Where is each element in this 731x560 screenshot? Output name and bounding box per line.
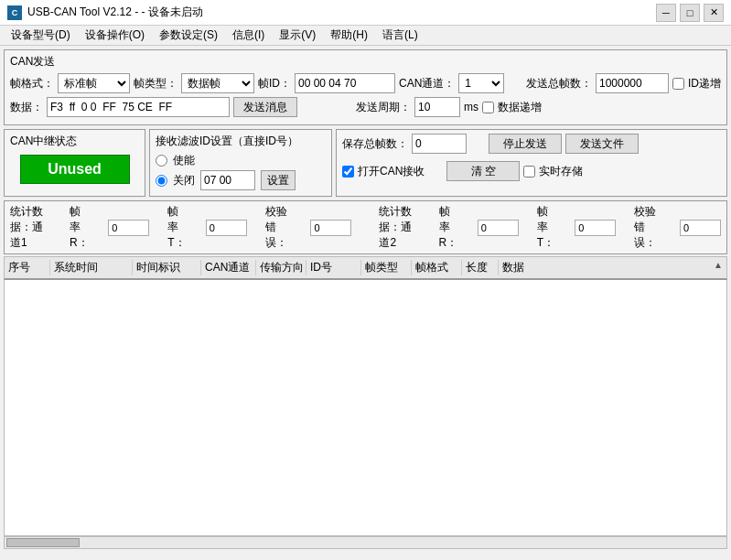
ch1-frame-t-label: 帧率T： xyxy=(167,204,188,251)
save-frames-row: 保存总帧数： 停止发送 发送文件 xyxy=(342,134,721,154)
app-icon: C xyxy=(7,5,22,20)
menu-info[interactable]: 信息(I) xyxy=(225,26,272,45)
menu-setup-device[interactable]: 设备型号(D) xyxy=(4,26,78,45)
col-fmt: 帧格式 xyxy=(411,260,461,275)
filter-title: 接收滤波ID设置（直接ID号） xyxy=(156,134,326,149)
ch1-frame-t-value xyxy=(206,220,247,236)
h-scrollbar-thumb[interactable] xyxy=(6,538,80,547)
can-status-title: CAN中继状态 xyxy=(10,134,77,149)
table-body[interactable] xyxy=(4,280,727,536)
col-sysTime: 系统时间 xyxy=(49,260,132,275)
frame-id-input[interactable] xyxy=(295,73,395,93)
can-send-row2: 数据： 发送消息 发送周期： ms 数据递增 xyxy=(10,97,721,117)
enable-radio[interactable] xyxy=(156,155,167,167)
period-input[interactable] xyxy=(414,97,460,117)
open-can-checkbox[interactable] xyxy=(342,166,354,178)
ch1-check-err-label: 校验错误： xyxy=(265,204,293,251)
stats-section: 统计数据：通道1 帧率R： 帧率T： 校验错误： 统计数据：通道2 帧率R： 帧… xyxy=(4,200,727,254)
frame-type-select[interactable]: 数据帧 远程帧 xyxy=(181,73,253,93)
frame-type-label: 帧类型： xyxy=(134,76,177,92)
filter-id-input[interactable] xyxy=(200,170,255,190)
ch2-title: 统计数据：通道2 xyxy=(379,204,420,251)
close-radio-row: 关闭 设置 xyxy=(156,170,326,190)
open-can-row: 打开CAN接收 清 空 实时存储 xyxy=(342,161,721,181)
title-buttons: ─ □ ✕ xyxy=(656,4,724,22)
enable-label: 使能 xyxy=(173,153,195,168)
data-increment-label: 数据递增 xyxy=(498,100,542,115)
save-frames-input[interactable] xyxy=(412,134,467,154)
open-can-label: 打开CAN接收 xyxy=(358,164,425,179)
frame-id-label: 帧ID： xyxy=(258,76,291,92)
col-timeId: 时间标识 xyxy=(132,260,200,275)
ch1-title: 统计数据：通道1 xyxy=(10,204,51,251)
col-can: CAN通道 xyxy=(200,260,255,275)
table-header: 序号 系统时间 时间标识 CAN通道 传输方向 ID号 帧类型 帧格式 长度 数… xyxy=(4,256,727,280)
frame-format-label: 帧格式： xyxy=(10,76,54,92)
period-unit: ms xyxy=(464,101,478,113)
data-increment-checkbox[interactable] xyxy=(482,102,494,113)
stop-send-button[interactable]: 停止发送 xyxy=(489,134,562,154)
minimize-button[interactable]: ─ xyxy=(656,4,676,22)
enable-radio-row: 使能 xyxy=(156,153,326,168)
right-panel: 保存总帧数： 停止发送 发送文件 打开CAN接收 清 空 实时存储 xyxy=(336,129,727,197)
realtime-save-checkbox[interactable] xyxy=(523,166,535,178)
set-filter-button[interactable]: 设置 xyxy=(261,170,296,190)
ch2-frame-r-value xyxy=(478,220,519,236)
id-increment-checkbox[interactable] xyxy=(672,78,684,90)
unused-status: Unused xyxy=(20,155,130,184)
can-channel-select[interactable]: 1 2 xyxy=(458,73,504,93)
send-file-button[interactable]: 发送文件 xyxy=(565,134,639,154)
title-text: USB-CAN Tool V2.12 - - 设备未启动 xyxy=(27,5,203,20)
total-frames-label: 发送总帧数： xyxy=(526,76,592,92)
menu-param-set[interactable]: 参数设定(S) xyxy=(152,26,225,45)
frame-format-select[interactable]: 标准帧 扩展帧 xyxy=(58,73,130,93)
ch1-frame-r-label: 帧率R： xyxy=(70,204,90,251)
ch1-frame-r-value xyxy=(108,220,149,236)
menu-display[interactable]: 显示(V) xyxy=(272,26,323,45)
col-ftype: 帧类型 xyxy=(360,260,411,275)
can-send-section: CAN发送 帧格式： 标准帧 扩展帧 帧类型： 数据帧 远程帧 帧ID： CAN… xyxy=(4,49,727,125)
main-content: CAN发送 帧格式： 标准帧 扩展帧 帧类型： 数据帧 远程帧 帧ID： CAN… xyxy=(0,46,731,553)
clear-button[interactable]: 清 空 xyxy=(446,161,520,181)
ch2-frame-t-value xyxy=(575,220,616,236)
realtime-save-label: 实时存储 xyxy=(539,164,583,179)
ch2-frame-t-label: 帧率T： xyxy=(537,204,557,251)
data-label: 数据： xyxy=(10,100,43,115)
col-len: 长度 xyxy=(461,260,498,275)
title-bar-left: C USB-CAN Tool V2.12 - - 设备未启动 xyxy=(7,5,203,20)
period-label: 发送周期： xyxy=(356,100,411,115)
close-radio-label: 关闭 xyxy=(173,173,195,188)
close-radio[interactable] xyxy=(156,175,167,187)
filter-box: 接收滤波ID设置（直接ID号） 使能 关闭 设置 xyxy=(149,129,332,197)
ch1-check-err-value xyxy=(310,220,351,236)
scroll-up-arrow[interactable]: ▲ xyxy=(714,260,723,275)
can-status-box: CAN中继状态 Unused xyxy=(4,129,145,197)
col-seq: 序号 xyxy=(8,260,49,275)
title-bar: C USB-CAN Tool V2.12 - - 设备未启动 ─ □ ✕ xyxy=(0,0,731,26)
close-button[interactable]: ✕ xyxy=(704,4,724,22)
save-frames-label: 保存总帧数： xyxy=(342,136,408,152)
can-send-row1: 帧格式： 标准帧 扩展帧 帧类型： 数据帧 远程帧 帧ID： CAN通道： 1 … xyxy=(10,73,721,93)
menubar: 设备型号(D) 设备操作(O) 参数设定(S) 信息(I) 显示(V) 帮助(H… xyxy=(0,26,731,46)
menu-language[interactable]: 语言(L) xyxy=(375,26,425,45)
can-send-title: CAN发送 xyxy=(10,54,721,70)
maximize-button[interactable]: □ xyxy=(680,4,700,22)
col-dir: 传输方向 xyxy=(255,260,306,275)
send-message-button[interactable]: 发送消息 xyxy=(233,97,297,117)
h-scrollbar[interactable] xyxy=(4,536,727,549)
menu-help[interactable]: 帮助(H) xyxy=(323,26,375,45)
id-increment-label: ID递增 xyxy=(688,76,721,92)
data-input[interactable] xyxy=(47,97,230,117)
col-idno: ID号 xyxy=(306,260,360,275)
col-data: 数据 xyxy=(498,260,714,275)
ch2-frame-r-label: 帧率R： xyxy=(439,204,459,251)
menu-device-ops[interactable]: 设备操作(O) xyxy=(78,26,152,45)
can-channel-label: CAN通道： xyxy=(399,76,455,92)
total-frames-input[interactable] xyxy=(596,73,669,93)
ch2-check-err-value xyxy=(680,220,721,236)
ch2-check-err-label: 校验错误： xyxy=(634,204,661,251)
